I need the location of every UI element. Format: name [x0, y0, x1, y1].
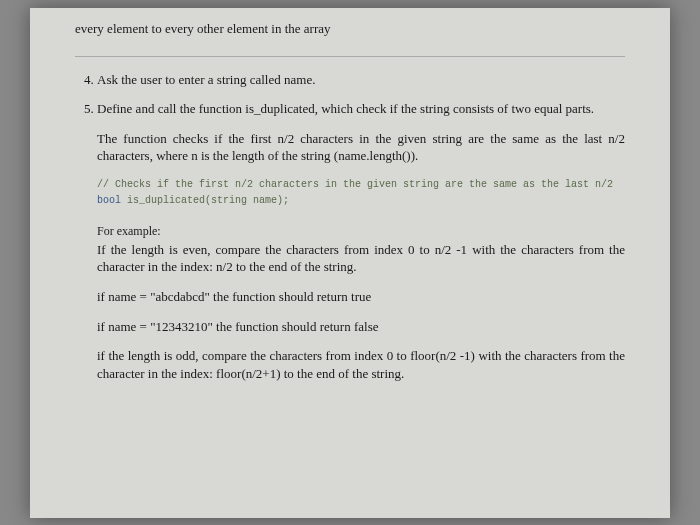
example-true: if name = "abcdabcd" the function should…: [97, 288, 625, 306]
even-length-paragraph: If the length is even, compare the chara…: [97, 241, 625, 276]
code-rest: is_duplicated(string name);: [121, 195, 289, 206]
explanation-paragraph-1: The function checks if the first n/2 cha…: [97, 130, 625, 165]
question-5: Define and call the function is_duplicat…: [97, 100, 625, 118]
question-4: Ask the user to enter a string called na…: [97, 71, 625, 89]
document-page: every element to every other element in …: [30, 8, 670, 518]
for-example-label: For example:: [97, 223, 625, 239]
code-signature: bool is_duplicated(string name);: [97, 193, 625, 209]
continuation-text: every element to every other element in …: [75, 20, 625, 38]
odd-length-paragraph: if the length is odd, compare the charac…: [97, 347, 625, 382]
code-keyword: bool: [97, 195, 121, 206]
separator-line: [75, 56, 625, 57]
example-false: if name = "12343210" the function should…: [97, 318, 625, 336]
code-block: // Checks if the first n/2 characters in…: [97, 177, 625, 209]
code-comment: // Checks if the first n/2 characters in…: [97, 177, 625, 193]
question-list: Ask the user to enter a string called na…: [75, 71, 625, 118]
